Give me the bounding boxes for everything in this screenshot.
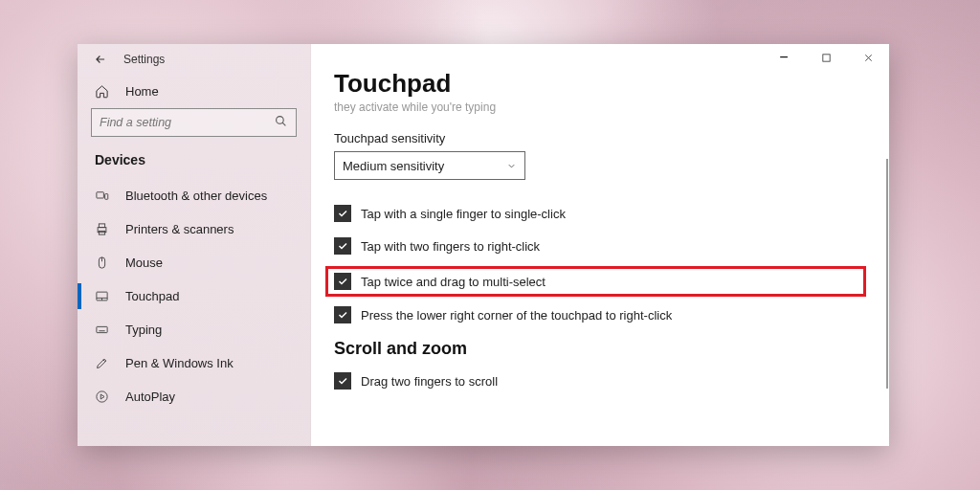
search-box[interactable] bbox=[91, 108, 297, 137]
nav-label: AutoPlay bbox=[125, 390, 175, 404]
option-label: Drag two fingers to scroll bbox=[361, 374, 498, 389]
svg-rect-17 bbox=[822, 54, 829, 60]
option-single-tap: Tap with a single finger to single-click bbox=[334, 205, 866, 222]
sidebar-item-pen[interactable]: Pen & Windows Ink bbox=[78, 346, 310, 380]
titlebar-buttons: − bbox=[763, 44, 889, 71]
autoplay-icon bbox=[95, 390, 112, 404]
option-tap-twice-drag: Tap twice and drag to multi-select bbox=[325, 266, 866, 297]
nav-label: Printers & scanners bbox=[125, 222, 234, 236]
option-label: Tap with a single finger to single-click bbox=[361, 207, 566, 221]
touchpad-icon bbox=[95, 289, 112, 303]
option-label: Tap twice and drag to multi-select bbox=[361, 275, 546, 289]
nav-label: Mouse bbox=[125, 256, 163, 270]
sidebar-item-bluetooth[interactable]: Bluetooth & other devices bbox=[78, 179, 310, 212]
nav-label: Bluetooth & other devices bbox=[125, 189, 267, 203]
svg-rect-4 bbox=[99, 224, 104, 228]
back-button[interactable] bbox=[91, 50, 110, 69]
checkbox[interactable] bbox=[334, 372, 351, 390]
window-title: Settings bbox=[123, 53, 165, 66]
sidebar-header: Settings bbox=[78, 44, 310, 71]
chevron-down-icon bbox=[506, 161, 517, 171]
sidebar-item-printers[interactable]: Printers & scanners bbox=[78, 212, 310, 246]
scrollbar[interactable] bbox=[886, 159, 888, 389]
content-pane: − Touchpad they activate while you're ty… bbox=[311, 44, 889, 446]
arrow-left-icon bbox=[94, 53, 107, 66]
svg-rect-1 bbox=[97, 192, 104, 198]
sidebar-home[interactable]: Home bbox=[78, 71, 310, 108]
svg-rect-11 bbox=[97, 326, 107, 332]
settings-window: Settings Home Devices Bluetooth & other … bbox=[78, 44, 889, 446]
search-input[interactable] bbox=[100, 116, 275, 129]
search-icon bbox=[275, 114, 288, 131]
page-title: Touchpad bbox=[334, 69, 866, 99]
close-icon bbox=[863, 53, 874, 63]
minimize-icon: − bbox=[779, 49, 788, 66]
home-label: Home bbox=[125, 84, 159, 99]
minimize-button[interactable]: − bbox=[763, 44, 805, 71]
sidebar: Settings Home Devices Bluetooth & other … bbox=[78, 44, 311, 446]
nav-label: Touchpad bbox=[125, 289, 179, 303]
sidebar-item-mouse[interactable]: Mouse bbox=[78, 246, 310, 279]
devices-icon bbox=[95, 189, 112, 203]
maximize-button[interactable] bbox=[805, 44, 847, 71]
sidebar-item-typing[interactable]: Typing bbox=[78, 313, 310, 346]
search-wrap bbox=[78, 108, 310, 148]
sidebar-item-touchpad[interactable]: Touchpad bbox=[78, 279, 310, 313]
truncated-hint: they activate while you're typing bbox=[334, 100, 866, 114]
svg-rect-2 bbox=[105, 194, 108, 200]
svg-point-0 bbox=[277, 117, 284, 124]
option-lower-right-corner: Press the lower right corner of the touc… bbox=[334, 306, 866, 323]
sidebar-nav: Bluetooth & other devices Printers & sca… bbox=[78, 179, 310, 446]
maximize-icon bbox=[821, 53, 832, 63]
sensitivity-label: Touchpad sensitivity bbox=[334, 131, 866, 145]
tap-options: Tap with a single finger to single-click… bbox=[334, 205, 866, 323]
keyboard-icon bbox=[95, 323, 112, 337]
checkbox[interactable] bbox=[334, 237, 351, 255]
nav-label: Typing bbox=[125, 323, 162, 337]
option-label: Tap with two fingers to right-click bbox=[361, 239, 540, 254]
sidebar-section-label: Devices bbox=[78, 148, 310, 179]
dropdown-value: Medium sensitivity bbox=[343, 159, 444, 173]
checkbox[interactable] bbox=[334, 205, 351, 222]
mouse-icon bbox=[95, 256, 112, 270]
scroll-zoom-heading: Scroll and zoom bbox=[334, 339, 866, 359]
home-icon bbox=[95, 84, 112, 99]
option-label: Press the lower right corner of the touc… bbox=[361, 308, 672, 323]
sidebar-item-autoplay[interactable]: AutoPlay bbox=[78, 380, 310, 413]
option-two-finger-tap: Tap with two fingers to right-click bbox=[334, 237, 866, 255]
option-two-finger-scroll: Drag two fingers to scroll bbox=[334, 372, 866, 390]
svg-point-16 bbox=[97, 391, 107, 402]
pen-icon bbox=[95, 356, 112, 370]
close-button[interactable] bbox=[847, 44, 889, 71]
checkbox[interactable] bbox=[334, 306, 351, 323]
nav-label: Pen & Windows Ink bbox=[125, 356, 234, 370]
svg-rect-5 bbox=[99, 231, 104, 234]
checkbox[interactable] bbox=[334, 273, 351, 290]
printer-icon bbox=[95, 222, 112, 236]
sensitivity-dropdown[interactable]: Medium sensitivity bbox=[334, 151, 525, 180]
